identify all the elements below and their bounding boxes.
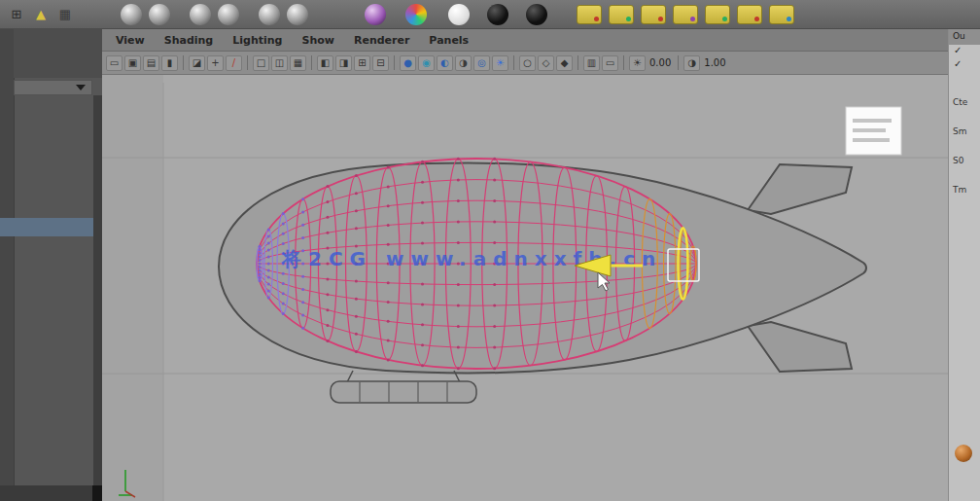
shelf-sphere-icon-1[interactable] — [121, 4, 142, 25]
material-sphere-icon[interactable] — [955, 445, 972, 462]
viewport-canvas[interactable]: 将2CG www.adnxxfb.cn — [102, 75, 948, 501]
shelf-spacer — [434, 14, 441, 15]
mesh-vertex — [282, 233, 285, 235]
layout-left-icon[interactable]: ◧ — [317, 55, 333, 71]
menu-show[interactable]: Show — [292, 34, 343, 47]
mesh-vertex — [387, 224, 390, 227]
isolate-select-icon[interactable]: ○ — [519, 55, 536, 71]
menu-renderer[interactable]: Renderer — [344, 34, 419, 47]
poly-tool-icon-7[interactable] — [769, 5, 794, 24]
icon-dot — [754, 17, 759, 21]
left-outliner-panel — [0, 29, 102, 501]
mesh-vertex — [493, 241, 496, 244]
sidebar-item-tm[interactable]: Tm — [949, 185, 980, 198]
shadows-icon[interactable]: ◑ — [455, 55, 472, 71]
menu-panels[interactable]: Panels — [419, 34, 478, 47]
mesh-vertex — [259, 279, 262, 282]
layout-right-icon[interactable]: ◨ — [335, 55, 352, 71]
single-pane-icon[interactable]: □ — [253, 55, 269, 71]
shelf-sphere-icon-4[interactable] — [218, 4, 239, 25]
film-gate-icon[interactable]: ▥ — [583, 55, 600, 71]
sidebar-item-sm[interactable]: Sm — [949, 126, 980, 140]
shelf-circle-white-icon[interactable] — [448, 4, 470, 25]
snap-grid-icon[interactable]: ⊞ — [8, 4, 25, 25]
mesh-vertex — [457, 304, 460, 307]
shelf-sphere-icon-6[interactable] — [287, 4, 308, 25]
mesh-vertex — [326, 293, 329, 296]
icon-dot — [787, 17, 791, 21]
shelf-sphere-icon-5[interactable] — [259, 4, 280, 25]
poly-tool-icon-2[interactable] — [609, 5, 634, 24]
mesh-vertex — [282, 212, 285, 215]
four-pane-icon[interactable]: ▦ — [290, 55, 306, 71]
image-plane-icon[interactable]: ◪ — [189, 55, 205, 71]
menu-view[interactable]: View — [106, 34, 155, 47]
xray-icon[interactable]: ◇ — [538, 55, 554, 71]
gamma-icon[interactable]: ◑ — [683, 55, 700, 71]
motion-blur-icon[interactable]: ☀ — [492, 55, 508, 71]
mesh-vertex — [267, 290, 270, 293]
mesh-vertex — [326, 200, 329, 203]
mesh-vertex — [387, 166, 390, 169]
shelf-sphere-rainbow-icon[interactable] — [405, 4, 427, 25]
resolution-gate-icon[interactable]: ▭ — [602, 55, 618, 71]
sidebar-item-cte[interactable]: Cte — [949, 97, 980, 111]
poly-tool-icon-5[interactable] — [705, 5, 730, 24]
viewport-canvas-area[interactable]: 将2CG www.adnxxfb.cn — [102, 75, 948, 501]
viewport-toolbar: ▭▣▤▮◪+/□◫▦◧◨⊞⊟●◉◐◑◎☀○◇◆▥▭☀0.00◑1.00 — [102, 52, 948, 75]
pan-zoom-icon[interactable]: + — [207, 55, 224, 71]
selected-list-row[interactable] — [0, 218, 93, 236]
exposure-icon[interactable]: ☀ — [629, 55, 646, 71]
mesh-vertex — [259, 263, 262, 266]
gamma-value[interactable]: 1.00 — [702, 57, 727, 68]
lock-camera-icon[interactable]: ▣ — [124, 55, 141, 71]
shelf-sphere-icon-3[interactable] — [190, 4, 211, 25]
menu-lighting[interactable]: Lighting — [223, 34, 292, 47]
mesh-vertex — [326, 277, 329, 280]
poly-tool-icon-1[interactable] — [577, 5, 602, 24]
use-lights-icon[interactable]: ◐ — [437, 55, 453, 71]
shaded-mode-icon[interactable]: ● — [400, 55, 416, 71]
camera-attributes-icon[interactable]: ▤ — [143, 55, 159, 71]
shelf-circle-black-icon-2[interactable] — [526, 4, 547, 25]
mesh-vertex — [259, 255, 262, 258]
menu-shading[interactable]: Shading — [155, 34, 224, 47]
display-dropdown[interactable] — [14, 80, 92, 95]
select-camera-icon[interactable]: ▭ — [106, 55, 122, 71]
shelf-icon-row: ⊞▲▦ — [8, 4, 794, 25]
right-sidebar: Ou✓✓CteSmS0Tm — [948, 29, 980, 501]
sidebar-check-1[interactable]: ✓ — [949, 45, 980, 58]
grease-pencil-icon[interactable]: / — [226, 55, 242, 71]
mesh-vertex — [355, 280, 358, 283]
marker-tool-icon[interactable]: ▲ — [32, 4, 50, 25]
ssao-icon[interactable]: ◎ — [473, 55, 490, 71]
mesh-vertex — [326, 308, 329, 311]
shelf-sphere-icon-2[interactable] — [149, 4, 170, 25]
mesh-vertex — [387, 281, 390, 284]
sidebar-item-s0[interactable]: S0 — [949, 156, 980, 169]
mesh-vertex — [387, 340, 390, 342]
mesh-vertex — [457, 325, 460, 328]
mesh-vertex — [493, 346, 496, 349]
poly-tool-icon-6[interactable] — [737, 5, 762, 24]
mesh-vertex — [326, 216, 329, 219]
layout-stack-icon[interactable]: ⊟ — [372, 55, 389, 71]
exposure-value[interactable]: 0.00 — [648, 57, 673, 68]
poly-tool-icon-3[interactable] — [641, 5, 666, 24]
mesh-vertex — [493, 325, 496, 328]
wireframe-on-shaded-icon[interactable]: ◆ — [556, 55, 573, 71]
shelf-sphere-purple-icon[interactable] — [365, 4, 386, 25]
shelf-spacer — [315, 14, 358, 15]
tool-box-icon[interactable]: ▦ — [56, 4, 74, 25]
left-panel-scrollbar[interactable] — [93, 95, 102, 485]
two-pane-icon[interactable]: ◫ — [271, 55, 288, 71]
layout-grid-icon[interactable]: ⊞ — [354, 55, 370, 71]
mesh-vertex — [282, 222, 285, 225]
sidebar-check-2[interactable]: ✓ — [949, 58, 980, 72]
textured-mode-icon[interactable]: ◉ — [418, 55, 435, 71]
mesh-vertex — [355, 350, 358, 353]
poly-tool-icon-4[interactable] — [673, 5, 698, 24]
shelf-circle-black-icon-1[interactable] — [487, 4, 508, 25]
mesh-vertex — [355, 209, 358, 212]
bookmarks-icon[interactable]: ▮ — [161, 55, 178, 71]
